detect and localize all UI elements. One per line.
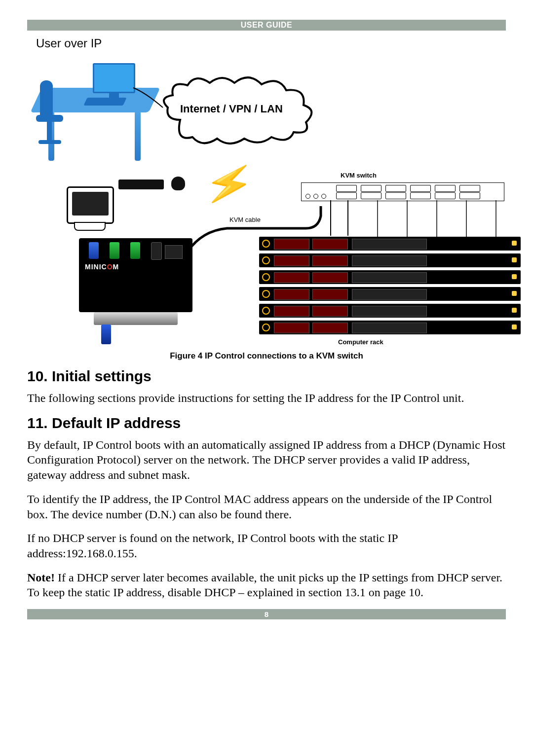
figure-diagram: User over IP Internet / VPN / LAN ⚡ <box>32 34 511 349</box>
figure-caption: Figure 4 IP Control connections to a KVM… <box>27 351 506 361</box>
lightning-icon: ⚡ <box>201 159 258 208</box>
header-title: USER GUIDE <box>241 21 293 29</box>
ip-control-unit-icon: MINICOM <box>79 238 192 312</box>
section-11-heading: 11. Default IP address <box>27 415 506 432</box>
brand-prefix: MINIC <box>85 263 107 271</box>
section-11-paragraph-3: If no DHCP server is found on the networ… <box>27 531 506 561</box>
note-label: Note! <box>27 571 55 584</box>
crt-base-icon <box>74 222 106 231</box>
rack-server-icon <box>259 253 521 267</box>
section-10-heading: 10. Initial settings <box>27 368 506 385</box>
kvm-switch-icon <box>301 182 504 201</box>
rack-server-icon <box>259 304 521 318</box>
keyboard-mouse-icon <box>118 177 185 190</box>
label-computer-rack: Computer rack <box>338 338 383 346</box>
footer-bar: 8 <box>27 609 506 619</box>
rack-server-icon <box>259 321 521 334</box>
header-bar: USER GUIDE <box>27 20 506 31</box>
rack-server-icon <box>259 287 521 301</box>
note-body: If a DHCP server later becomes available… <box>27 571 502 599</box>
crt-monitor-icon <box>67 186 114 224</box>
computer-rack-icon <box>259 237 521 337</box>
rack-server-icon <box>259 237 521 251</box>
brand-suffix: M <box>113 263 119 271</box>
label-kvm-cable: KVM cable <box>229 216 261 223</box>
page-number: 8 <box>265 610 268 618</box>
section-10-paragraph: The following sections provide instructi… <box>27 391 506 406</box>
device-stand-icon <box>94 312 178 325</box>
brand-o: O <box>107 263 113 271</box>
cloud-label: Internet / VPN / LAN <box>180 103 283 115</box>
label-user-over-ip: User over IP <box>36 36 102 50</box>
label-kvm-switch: KVM switch <box>341 172 377 179</box>
user-at-desk-icon <box>36 53 154 167</box>
network-cloud-icon: Internet / VPN / LAN <box>160 75 318 144</box>
downlink-cable-icon <box>101 324 111 344</box>
section-11-note: Note! If a DHCP server later becomes ava… <box>27 570 506 600</box>
section-11-paragraph-2: To identify the IP address, the IP Contr… <box>27 492 506 522</box>
rack-server-icon <box>259 270 521 284</box>
section-11-paragraph-1: By default, IP Control boots with an aut… <box>27 437 506 483</box>
